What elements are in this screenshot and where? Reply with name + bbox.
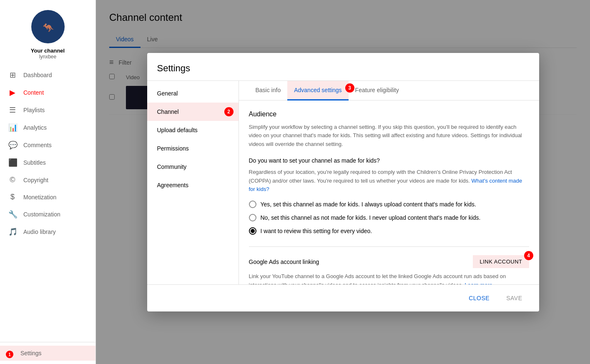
dialog-body: General Channel 2 Upload defaults Permis…: [147, 81, 539, 284]
tab-basic-info[interactable]: Basic info: [249, 81, 288, 100]
dialog-sidebar: General Channel 2 Upload defaults Permis…: [147, 81, 239, 284]
radio-circle-no: [249, 214, 256, 221]
copyright-icon: ©: [8, 176, 17, 184]
audience-title: Audience: [249, 110, 529, 118]
dialog-content: Basic info Advanced settings 3 Feature e…: [239, 81, 539, 284]
sidebar-item-comments[interactable]: 💬 Comments: [0, 136, 95, 154]
sidebar-item-copyright[interactable]: © Copyright: [0, 171, 95, 188]
sidebar-item-audio-library[interactable]: 🎵 Audio library: [0, 223, 95, 241]
monetization-icon: $: [8, 193, 17, 201]
sidebar-label-playlists: Playlists: [23, 107, 45, 113]
dialog-tab-bar: Basic info Advanced settings 3 Feature e…: [239, 81, 539, 100]
audience-legal: Regardless of your location, you're lega…: [249, 168, 529, 194]
dialog-nav-general[interactable]: General: [147, 84, 239, 103]
dialog-title: Settings: [147, 53, 539, 81]
dialog-footer: CLOSE SAVE: [147, 284, 539, 311]
sidebar-item-settings[interactable]: ⚙ Settings 1: [0, 346, 95, 361]
modal-overlay: Settings General Channel 2 Upload defaul…: [96, 0, 590, 364]
customization-icon: 🔧: [8, 210, 17, 219]
audience-description: Simplify your workflow by selecting a ch…: [249, 123, 529, 149]
sidebar-label-monetization: Monetization: [23, 194, 56, 201]
dialog-nav-community[interactable]: Community: [147, 158, 239, 176]
sidebar-label-analytics: Analytics: [23, 124, 47, 131]
sidebar-label-customization: Customization: [23, 211, 60, 218]
dialog-nav-agreements[interactable]: Agreements: [147, 176, 239, 194]
comments-icon: 💬: [8, 141, 17, 150]
channel-info: 🦘 Your channel lynxbee: [0, 0, 95, 66]
sidebar-item-analytics[interactable]: 📊 Analytics: [0, 119, 95, 136]
close-button[interactable]: CLOSE: [462, 291, 496, 305]
playlists-icon: ☰: [8, 105, 17, 115]
badge-3: 3: [345, 83, 354, 93]
google-ads-title: Google Ads account linking: [249, 259, 319, 265]
main-content: Channel content Videos Live ≡ Filter Vid…: [96, 0, 590, 364]
sidebar-item-monetization[interactable]: $ Monetization: [0, 188, 95, 206]
channel-handle: lynxbee: [39, 54, 56, 60]
dialog-nav-channel[interactable]: Channel 2: [147, 103, 239, 121]
radio-yes-kids[interactable]: Yes, set this channel as made for kids. …: [249, 201, 529, 208]
sidebar-item-content[interactable]: ▶ Content: [0, 84, 95, 101]
badge-2: 2: [224, 107, 233, 116]
sidebar-bottom: ⚙ Settings 1: [0, 342, 95, 364]
audience-question: Do you want to set your channel as made …: [249, 157, 529, 164]
radio-group-kids: Yes, set this channel as made for kids. …: [249, 201, 529, 235]
sidebar-label-content: Content: [23, 89, 44, 96]
sidebar-item-playlists[interactable]: ☰ Playlists: [0, 101, 95, 119]
save-button[interactable]: SAVE: [500, 291, 529, 305]
content-icon: ▶: [8, 88, 17, 97]
badge-4: 4: [524, 251, 533, 260]
sidebar-item-customization[interactable]: 🔧 Customization: [0, 206, 95, 223]
sidebar-item-subtitles[interactable]: ⬛ Subtitles: [0, 154, 95, 171]
settings-dialog: Settings General Channel 2 Upload defaul…: [147, 53, 539, 311]
dialog-nav-upload-defaults[interactable]: Upload defaults: [147, 121, 239, 139]
dialog-nav-permissions[interactable]: Permissions: [147, 139, 239, 158]
radio-circle-review: [249, 227, 256, 235]
sidebar-label-copyright: Copyright: [23, 177, 48, 183]
radio-no-kids[interactable]: No, set this channel as not made for kid…: [249, 214, 529, 221]
radio-circle-yes: [249, 201, 256, 208]
ads-header: Google Ads account linking LINK ACCOUNT …: [249, 255, 529, 268]
settings-badge: 1: [6, 351, 13, 358]
audio-library-icon: 🎵: [8, 227, 17, 236]
sidebar-nav: ⊞ Dashboard ▶ Content ☰ Playlists 📊 Anal…: [0, 66, 95, 342]
dialog-main-content: Audience Simplify your workflow by selec…: [239, 100, 539, 284]
sidebar: 🦘 Your channel lynxbee ⊞ Dashboard ▶ Con…: [0, 0, 96, 364]
sidebar-label-comments: Comments: [23, 142, 52, 148]
sidebar-label-dashboard: Dashboard: [23, 72, 52, 78]
channel-name: Your channel: [31, 48, 65, 54]
google-ads-description: Link your YouTube channel to a Google Ad…: [249, 272, 529, 284]
avatar: 🦘: [31, 10, 65, 43]
svg-text:🦘: 🦘: [42, 22, 54, 33]
sidebar-label-settings: Settings: [20, 350, 42, 356]
sidebar-label-audio-library: Audio library: [23, 228, 56, 235]
sidebar-label-subtitles: Subtitles: [23, 159, 46, 166]
tab-feature-eligibility[interactable]: Feature eligibility: [349, 81, 406, 100]
link-account-button[interactable]: LINK ACCOUNT: [473, 255, 529, 268]
google-ads-section: Google Ads account linking LINK ACCOUNT …: [249, 246, 529, 284]
analytics-icon: 📊: [8, 123, 17, 132]
subtitles-icon: ⬛: [8, 158, 17, 167]
sidebar-item-dashboard[interactable]: ⊞ Dashboard: [0, 66, 95, 84]
dashboard-icon: ⊞: [8, 70, 17, 80]
tab-advanced-settings[interactable]: Advanced settings 3: [287, 81, 348, 100]
radio-review-each[interactable]: I want to review this setting for every …: [249, 227, 529, 235]
